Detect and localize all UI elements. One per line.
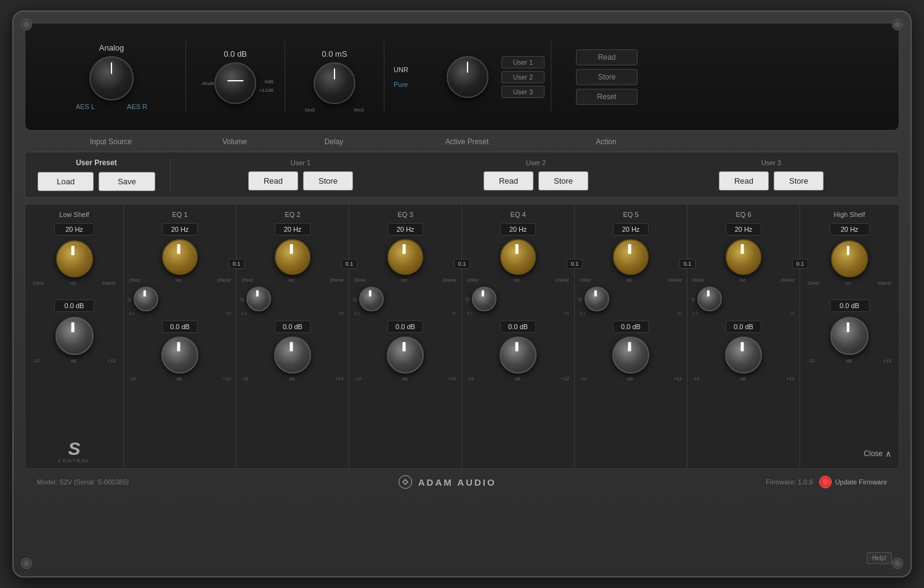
brand-logo-area: ADAM AUDIO (399, 475, 496, 489)
low-shelf-freq-knob[interactable] (56, 240, 93, 277)
eq5-gain-knob[interactable] (612, 337, 649, 374)
delay-knob-indicator (334, 68, 335, 80)
save-btn[interactable]: Save (99, 172, 155, 191)
high-shelf-gain-knob[interactable] (830, 317, 869, 355)
unr-label: UNR (394, 66, 408, 73)
eq4-q-row: Q (466, 287, 570, 311)
eq5-q-row: Q (578, 287, 683, 311)
low-shelf-freq-display: 20 Hz (54, 223, 94, 235)
eq6-db-scale: -12 dB +12 (691, 375, 796, 383)
user1-store-btn[interactable]: Store (303, 171, 353, 190)
eq6-gain-knob[interactable] (725, 337, 762, 374)
eq1-gain-knob[interactable] (161, 337, 198, 374)
volume-knob-indicator (227, 80, 243, 81)
action-reset-btn[interactable]: Reset (576, 89, 638, 105)
low-shelf-db-display: 0.0 dB (54, 300, 94, 312)
eq6-q-scale: 0.1 20 (691, 311, 796, 316)
action-read-btn[interactable]: Read (576, 49, 638, 65)
user2-store-btn[interactable]: Store (538, 171, 588, 190)
input-source-label: Input Source (37, 136, 185, 147)
eq1-db-scale: -12 dB +12 (128, 375, 232, 383)
bottom-bar: Model: S2V (Serial: S-000385) ADAM AUDIO… (25, 469, 899, 491)
delay-knob-container[interactable]: 0mS 5mS (314, 62, 355, 104)
eq1-freq-q-area: 20Hz Hz 20kHz 0.1 Q 0.1 20 (128, 239, 232, 316)
eq1-freq-knob[interactable] (162, 239, 198, 275)
eq3-freq-knob-indicator (402, 244, 405, 253)
eq4-gain-knob[interactable] (500, 337, 537, 374)
low-shelf-gain-area: 0.0 dB -12 dB +12 (30, 300, 118, 365)
user2-slot-btns: Read Store (484, 171, 588, 190)
eq2-gain-knob[interactable] (274, 337, 311, 374)
eq4-freq-knob[interactable] (500, 239, 536, 275)
eq3-freq-scale-row: 20Hz Hz 20kHz 0.1 (353, 276, 458, 284)
high-shelf-freq-scale: 20Hz Hz 20kHz (805, 279, 894, 287)
eq2-freq-scale-row: 20Hz Hz 20kHz 0.1 (240, 276, 345, 284)
eq3-gain-knob[interactable] (387, 337, 424, 374)
low-shelf-gain-knob[interactable] (55, 317, 94, 355)
low-shelf-channel: Low Shelf 20 Hz 20Hz Hz 20kHz 0.0 dB -12… (25, 205, 124, 468)
eq3-db-scale: -12 dB +12 (353, 375, 458, 383)
delay-knob[interactable] (314, 62, 355, 104)
close-label: Close (864, 449, 883, 458)
eq2-freq-q-area: 20Hz Hz 20kHz 0.1 Q 0.1 20 (240, 239, 345, 316)
eq3-freq-knob[interactable] (387, 239, 423, 275)
preset-knob-area[interactable] (447, 56, 488, 98)
high-shelf-freq-knob[interactable] (831, 240, 868, 277)
close-chevron-icon: ∧ (885, 449, 891, 459)
eq2-q-knob[interactable] (246, 287, 271, 311)
eq3-q-knob[interactable] (359, 287, 384, 311)
eq5-q-knob-indicator (594, 290, 597, 296)
eq5-q-knob[interactable] (585, 287, 609, 311)
close-button[interactable]: Close ∧ (864, 449, 891, 459)
low-shelf-db-scale: -12 dB +12 (30, 357, 118, 365)
eq6-freq-knob[interactable] (726, 239, 761, 275)
eq6-q-row: Q (691, 287, 796, 311)
high-shelf-db-display: 0.0 dB (830, 300, 870, 312)
active-preset-knob[interactable] (447, 56, 488, 98)
eq5-channel: EQ 5 20 Hz 20Hz Hz 20kHz 0.1 Q (575, 205, 687, 468)
high-shelf-gain-knob-indicator (846, 322, 849, 332)
eq3-q-row: Q (353, 287, 458, 311)
eq6-q-knob[interactable] (697, 287, 722, 311)
eq5-title: EQ 5 (623, 211, 638, 218)
aes-labels: AES L AES R (76, 103, 147, 110)
input-source-knob-body[interactable] (89, 56, 134, 100)
eq2-freq-knob[interactable] (275, 239, 310, 275)
load-btn[interactable]: Load (38, 172, 94, 191)
eq5-q-scale: 0.1 20 (578, 311, 683, 316)
user1-read-btn[interactable]: Read (248, 171, 298, 190)
help-button-area[interactable]: Help! (867, 552, 892, 564)
high-shelf-channel: High Shelf 20 Hz 20Hz Hz 20kHz 0.0 dB -1… (800, 205, 899, 468)
volume-knob[interactable] (214, 62, 256, 104)
user3-slot-btns: Read Store (719, 171, 824, 190)
user1-btn[interactable]: User 1 (501, 56, 545, 68)
eq5-freq-knob[interactable] (613, 239, 649, 275)
delay-label: Delay (285, 136, 383, 147)
eq5-gain-knob-indicator (628, 342, 631, 352)
eq5-freq-scale-row: 20Hz Hz 20kHz 0.1 (578, 276, 683, 284)
main-container: Analog AES L AES R 0.0 dB -60dB (12, 10, 912, 578)
eq3-db-display: 0.0 dB (387, 321, 423, 333)
update-firmware-btn[interactable]: Update Firmware (819, 476, 887, 488)
eq2-gain-knob-indicator (290, 342, 293, 352)
volume-section: 0.0 dB -60dB 0dB +12dB (186, 30, 285, 124)
eq4-q-scale: 0.1 20 (466, 311, 570, 316)
user3-btn[interactable]: User 3 (501, 86, 545, 98)
preset-buttons: User 1 User 2 User 3 (501, 56, 545, 98)
eq4-q-knob[interactable] (472, 287, 496, 311)
eq1-q-knob[interactable] (134, 287, 158, 311)
user2-btn[interactable]: User 2 (501, 71, 545, 83)
volume-knob-container[interactable]: -60dB 0dB +12dB (214, 62, 256, 104)
firmware-area: Firmware: 1.0.9 Update Firmware (766, 476, 887, 488)
user2-slot-title: User 2 (526, 159, 546, 166)
user3-read-btn[interactable]: Read (719, 171, 769, 190)
eq4-db-display: 0.0 dB (500, 321, 536, 333)
action-store-btn[interactable]: Store (576, 69, 638, 85)
delay-scale-high: 5mS (354, 107, 364, 113)
help-btn[interactable]: Help! (867, 552, 892, 564)
eq1-gain-knob-indicator (177, 342, 180, 352)
input-source-knob[interactable] (89, 56, 134, 100)
user2-read-btn[interactable]: Read (484, 171, 533, 190)
low-shelf-freq-scale: 20Hz Hz 20kHz (30, 279, 118, 287)
user3-store-btn[interactable]: Store (774, 171, 824, 190)
